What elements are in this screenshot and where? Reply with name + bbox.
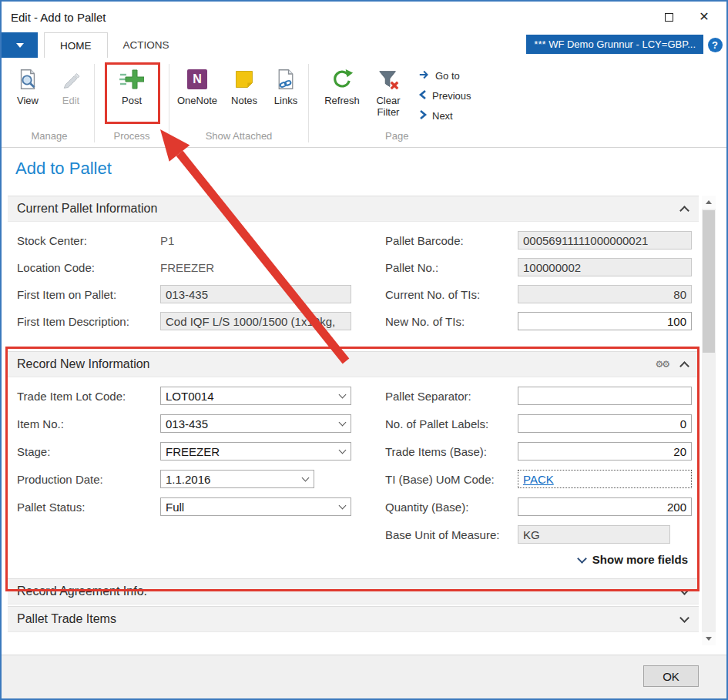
field-item-no: Item No.: 013-435 [17,414,354,433]
scrollbar-track[interactable] [702,209,716,632]
base-uom-field: KG [518,525,670,544]
pallet-separator-field[interactable] [518,387,692,405]
field-label: Production Date: [17,473,160,486]
maximize-button[interactable] [651,5,686,28]
chevron-up-icon[interactable] [679,206,689,216]
field-label: No. of Pallet Labels: [385,417,518,430]
app-menu-button[interactable] [2,32,38,58]
tab-home[interactable]: HOME [44,32,108,58]
ribbon-separator [169,64,169,142]
ok-button[interactable]: OK [643,665,699,687]
help-button[interactable]: ? [703,32,726,58]
next-icon [418,109,428,122]
chevron-down-icon [577,554,587,564]
production-date-picker[interactable]: 1.1.2016 [160,470,314,488]
goto-icon [418,69,431,82]
clear-filter-button-label: Clear Filter [366,95,411,119]
view-icon [16,65,39,93]
vertical-scrollbar[interactable] [702,196,716,645]
trade-items-base-field[interactable]: 20 [518,442,692,461]
chevron-down-icon[interactable] [679,585,689,595]
chevron-down-icon[interactable] [334,416,350,431]
field-trade-item-lot: Trade Item Lot Code: LOT0014 [17,387,354,405]
close-button[interactable]: ✕ [686,5,722,28]
onenote-button[interactable]: N OneNote [171,62,223,107]
scroll-up-button[interactable] [702,196,716,209]
stage-combobox[interactable]: FREEZER [160,442,351,461]
field-label: Location Code: [17,261,160,274]
window-title: Edit - Add to Pallet [11,11,106,24]
window-controls: ✕ [651,5,722,28]
combobox-value: Full [166,501,184,514]
onenote-letter: N [187,69,207,89]
fasttab-record-agreement: Record Agreement Info. [8,578,699,605]
notes-button[interactable]: Notes [223,62,265,107]
chevron-down-icon[interactable] [334,499,350,514]
group-label-page: Page [318,129,476,147]
show-more-fields-link[interactable]: Show more fields [385,553,688,566]
field-quantity-base: Quantity (Base): 200 [385,497,699,516]
chevron-down-icon[interactable] [297,471,313,487]
page-nav-stack: Go to Previous Next [411,62,476,122]
fasttab-record-new-header[interactable]: Record New Information ⚙⚙ [8,351,699,377]
item-no-combobox[interactable]: 013-435 [160,414,351,433]
clear-filter-button[interactable]: Clear Filter [366,62,411,119]
pallet-labels-field[interactable]: 0 [518,414,692,433]
ti-uom-field[interactable]: PACK [518,470,692,488]
field-stage: Stage: FREEZER [17,442,354,461]
fasttab-pallet-trade-items: Pallet Trade Items [8,606,699,632]
chevron-up-icon[interactable] [679,361,689,371]
field-new-tis: New No. of TIs: 100 [385,312,699,330]
help-icon: ? [708,38,723,52]
field-label: Pallet Barcode: [385,234,518,247]
combobox-value: 1.1.2016 [166,473,210,486]
field-label: Current No. of TIs: [385,288,518,301]
triangle-up-icon [706,200,712,204]
field-label: Base Unit of Measure: [385,528,518,541]
refresh-button-label: Refresh [324,95,360,107]
combobox-value: LOT0014 [166,390,214,403]
chevron-down-icon[interactable] [679,613,689,623]
previous-button[interactable]: Previous [418,89,471,102]
pallet-status-combobox[interactable]: Full [160,497,351,516]
onenote-icon: N [187,65,207,93]
trade-item-lot-combobox[interactable]: LOT0014 [160,387,351,405]
tab-actions[interactable]: ACTIONS [108,32,185,58]
onenote-button-label: OneNote [177,95,217,107]
field-first-item-description: First Item Description: Cod IQF L/S 1000… [17,312,354,330]
scrollbar-thumb[interactable] [703,210,715,353]
refresh-button[interactable]: Refresh [318,62,366,107]
group-process: Post Process [96,59,167,147]
view-button[interactable]: View [6,62,49,107]
maximize-icon [665,13,673,22]
scroll-down-button[interactable] [702,632,716,645]
next-button[interactable]: Next [418,109,471,122]
chevron-down-icon[interactable] [334,444,350,459]
field-label: Trade Item Lot Code: [17,390,160,403]
company-badge[interactable]: *** WF Demo Grunnur - LCY=GBP... [526,35,703,54]
new-tis-field[interactable]: 100 [518,312,692,330]
combobox-value: FREEZER [166,445,220,458]
fasttab-pallet-trade-items-header[interactable]: Pallet Trade Items [8,606,699,632]
links-button[interactable]: Links [265,62,307,107]
group-page: Refresh Clear Filter Go to Previous [310,59,476,147]
field-first-item: First Item on Pallet: 013-435 [17,285,354,303]
field-label: New No. of TIs: [385,315,518,328]
view-button-label: View [17,95,39,107]
fasttab-current-pallet-header[interactable]: Current Pallet Information [8,196,699,222]
refresh-icon [330,65,354,93]
notes-icon [233,65,255,93]
field-label: Pallet Separator: [385,390,518,403]
page-title: Add to Pallet [15,159,726,179]
field-label: Stage: [17,445,160,458]
edit-add-to-pallet-window: Edit - Add to Pallet ✕ HOME ACTIONS *** … [0,0,728,700]
field-trade-items-base: Trade Items (Base): 20 [385,442,699,461]
quantity-base-field[interactable]: 200 [518,497,692,516]
goto-button[interactable]: Go to [418,69,471,82]
fasttab-title: Current Pallet Information [17,202,157,216]
fasttab-record-agreement-header[interactable]: Record Agreement Info. [8,578,699,605]
post-button[interactable]: Post [107,62,156,107]
group-show-attached-buttons: N OneNote Notes Links [171,59,307,129]
chevron-down-icon[interactable] [334,388,350,404]
fasttab-title: Record Agreement Info. [17,584,147,598]
